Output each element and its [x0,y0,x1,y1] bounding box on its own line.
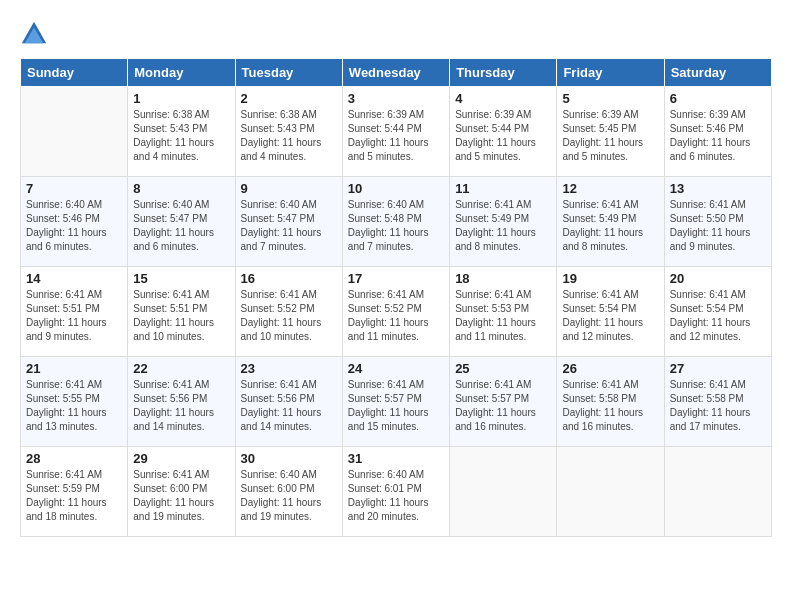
calendar-day-cell: 7Sunrise: 6:40 AM Sunset: 5:46 PM Daylig… [21,177,128,267]
day-info: Sunrise: 6:41 AM Sunset: 5:54 PM Dayligh… [562,288,658,344]
day-number: 28 [26,451,122,466]
day-number: 13 [670,181,766,196]
calendar-day-cell: 29Sunrise: 6:41 AM Sunset: 6:00 PM Dayli… [128,447,235,537]
calendar-day-cell: 9Sunrise: 6:40 AM Sunset: 5:47 PM Daylig… [235,177,342,267]
day-number: 25 [455,361,551,376]
day-info: Sunrise: 6:41 AM Sunset: 5:56 PM Dayligh… [241,378,337,434]
weekday-header-row: SundayMondayTuesdayWednesdayThursdayFrid… [21,59,772,87]
day-number: 9 [241,181,337,196]
day-info: Sunrise: 6:41 AM Sunset: 5:58 PM Dayligh… [562,378,658,434]
weekday-header-friday: Friday [557,59,664,87]
logo-icon [20,20,48,48]
calendar-day-cell: 13Sunrise: 6:41 AM Sunset: 5:50 PM Dayli… [664,177,771,267]
calendar-day-cell: 19Sunrise: 6:41 AM Sunset: 5:54 PM Dayli… [557,267,664,357]
day-info: Sunrise: 6:41 AM Sunset: 5:53 PM Dayligh… [455,288,551,344]
calendar-day-cell [21,87,128,177]
calendar-day-cell: 12Sunrise: 6:41 AM Sunset: 5:49 PM Dayli… [557,177,664,267]
calendar-day-cell: 8Sunrise: 6:40 AM Sunset: 5:47 PM Daylig… [128,177,235,267]
day-number: 30 [241,451,337,466]
calendar-day-cell [557,447,664,537]
day-number: 27 [670,361,766,376]
day-info: Sunrise: 6:41 AM Sunset: 5:52 PM Dayligh… [241,288,337,344]
day-number: 7 [26,181,122,196]
day-info: Sunrise: 6:41 AM Sunset: 5:49 PM Dayligh… [455,198,551,254]
day-info: Sunrise: 6:41 AM Sunset: 5:56 PM Dayligh… [133,378,229,434]
calendar-day-cell: 23Sunrise: 6:41 AM Sunset: 5:56 PM Dayli… [235,357,342,447]
day-number: 31 [348,451,444,466]
day-number: 18 [455,271,551,286]
page-header [20,20,772,48]
calendar-day-cell: 30Sunrise: 6:40 AM Sunset: 6:00 PM Dayli… [235,447,342,537]
day-number: 12 [562,181,658,196]
calendar-day-cell: 25Sunrise: 6:41 AM Sunset: 5:57 PM Dayli… [450,357,557,447]
weekday-header-monday: Monday [128,59,235,87]
weekday-header-tuesday: Tuesday [235,59,342,87]
calendar-day-cell: 6Sunrise: 6:39 AM Sunset: 5:46 PM Daylig… [664,87,771,177]
day-info: Sunrise: 6:41 AM Sunset: 5:49 PM Dayligh… [562,198,658,254]
calendar-day-cell: 18Sunrise: 6:41 AM Sunset: 5:53 PM Dayli… [450,267,557,357]
day-info: Sunrise: 6:41 AM Sunset: 6:00 PM Dayligh… [133,468,229,524]
day-info: Sunrise: 6:39 AM Sunset: 5:44 PM Dayligh… [455,108,551,164]
day-info: Sunrise: 6:39 AM Sunset: 5:46 PM Dayligh… [670,108,766,164]
day-number: 29 [133,451,229,466]
calendar-day-cell: 16Sunrise: 6:41 AM Sunset: 5:52 PM Dayli… [235,267,342,357]
day-info: Sunrise: 6:38 AM Sunset: 5:43 PM Dayligh… [241,108,337,164]
calendar-day-cell: 24Sunrise: 6:41 AM Sunset: 5:57 PM Dayli… [342,357,449,447]
day-number: 11 [455,181,551,196]
day-number: 21 [26,361,122,376]
day-info: Sunrise: 6:41 AM Sunset: 5:59 PM Dayligh… [26,468,122,524]
calendar-day-cell: 22Sunrise: 6:41 AM Sunset: 5:56 PM Dayli… [128,357,235,447]
day-info: Sunrise: 6:40 AM Sunset: 5:47 PM Dayligh… [241,198,337,254]
calendar-day-cell: 3Sunrise: 6:39 AM Sunset: 5:44 PM Daylig… [342,87,449,177]
day-info: Sunrise: 6:40 AM Sunset: 6:01 PM Dayligh… [348,468,444,524]
calendar-day-cell: 11Sunrise: 6:41 AM Sunset: 5:49 PM Dayli… [450,177,557,267]
day-number: 14 [26,271,122,286]
day-info: Sunrise: 6:38 AM Sunset: 5:43 PM Dayligh… [133,108,229,164]
day-info: Sunrise: 6:41 AM Sunset: 5:51 PM Dayligh… [26,288,122,344]
day-number: 1 [133,91,229,106]
day-number: 19 [562,271,658,286]
calendar-day-cell: 14Sunrise: 6:41 AM Sunset: 5:51 PM Dayli… [21,267,128,357]
day-number: 3 [348,91,444,106]
weekday-header-thursday: Thursday [450,59,557,87]
day-info: Sunrise: 6:39 AM Sunset: 5:44 PM Dayligh… [348,108,444,164]
day-number: 4 [455,91,551,106]
weekday-header-saturday: Saturday [664,59,771,87]
day-number: 5 [562,91,658,106]
day-info: Sunrise: 6:41 AM Sunset: 5:51 PM Dayligh… [133,288,229,344]
calendar-day-cell [450,447,557,537]
day-info: Sunrise: 6:41 AM Sunset: 5:50 PM Dayligh… [670,198,766,254]
calendar-day-cell: 28Sunrise: 6:41 AM Sunset: 5:59 PM Dayli… [21,447,128,537]
day-number: 20 [670,271,766,286]
calendar-day-cell: 2Sunrise: 6:38 AM Sunset: 5:43 PM Daylig… [235,87,342,177]
day-info: Sunrise: 6:41 AM Sunset: 5:54 PM Dayligh… [670,288,766,344]
day-number: 24 [348,361,444,376]
calendar-day-cell: 21Sunrise: 6:41 AM Sunset: 5:55 PM Dayli… [21,357,128,447]
calendar-week-row: 28Sunrise: 6:41 AM Sunset: 5:59 PM Dayli… [21,447,772,537]
calendar-table: SundayMondayTuesdayWednesdayThursdayFrid… [20,58,772,537]
day-info: Sunrise: 6:40 AM Sunset: 5:46 PM Dayligh… [26,198,122,254]
calendar-day-cell [664,447,771,537]
calendar-day-cell: 10Sunrise: 6:40 AM Sunset: 5:48 PM Dayli… [342,177,449,267]
day-number: 23 [241,361,337,376]
calendar-day-cell: 17Sunrise: 6:41 AM Sunset: 5:52 PM Dayli… [342,267,449,357]
day-number: 26 [562,361,658,376]
day-info: Sunrise: 6:41 AM Sunset: 5:57 PM Dayligh… [348,378,444,434]
calendar-day-cell: 4Sunrise: 6:39 AM Sunset: 5:44 PM Daylig… [450,87,557,177]
calendar-day-cell: 5Sunrise: 6:39 AM Sunset: 5:45 PM Daylig… [557,87,664,177]
calendar-day-cell: 31Sunrise: 6:40 AM Sunset: 6:01 PM Dayli… [342,447,449,537]
day-info: Sunrise: 6:40 AM Sunset: 5:47 PM Dayligh… [133,198,229,254]
calendar-day-cell: 1Sunrise: 6:38 AM Sunset: 5:43 PM Daylig… [128,87,235,177]
day-number: 22 [133,361,229,376]
day-number: 6 [670,91,766,106]
day-info: Sunrise: 6:39 AM Sunset: 5:45 PM Dayligh… [562,108,658,164]
calendar-week-row: 21Sunrise: 6:41 AM Sunset: 5:55 PM Dayli… [21,357,772,447]
logo [20,20,52,48]
calendar-day-cell: 27Sunrise: 6:41 AM Sunset: 5:58 PM Dayli… [664,357,771,447]
day-number: 15 [133,271,229,286]
day-info: Sunrise: 6:41 AM Sunset: 5:52 PM Dayligh… [348,288,444,344]
day-number: 10 [348,181,444,196]
day-info: Sunrise: 6:40 AM Sunset: 5:48 PM Dayligh… [348,198,444,254]
day-number: 16 [241,271,337,286]
weekday-header-wednesday: Wednesday [342,59,449,87]
